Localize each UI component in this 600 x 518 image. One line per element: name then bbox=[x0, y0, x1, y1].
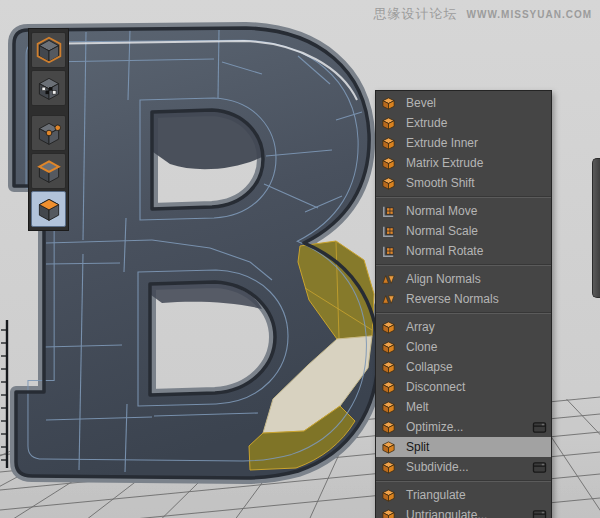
smooth-shift-icon bbox=[381, 176, 396, 191]
polygon-mode-icon bbox=[35, 195, 63, 223]
watermark-site-name: 思缘设计论坛 bbox=[374, 5, 458, 23]
normal-scale-icon bbox=[381, 224, 396, 239]
edge-mode-icon bbox=[35, 157, 63, 185]
options-dialog-icon bbox=[532, 509, 547, 518]
optimize-icon bbox=[381, 420, 396, 435]
options-dialog-icon bbox=[532, 461, 547, 474]
array-icon bbox=[381, 320, 396, 335]
menu-item-extrude-inner[interactable]: Extrude Inner bbox=[376, 133, 551, 153]
watermark: 思缘设计论坛 WWW.MISSYUAN.COM bbox=[374, 5, 592, 23]
matrix-extrude-icon bbox=[381, 156, 396, 171]
toolbar-edge-mode-button[interactable] bbox=[31, 153, 66, 189]
menu-item-untriangulate[interactable]: Untriangulate... bbox=[376, 505, 551, 518]
split-icon bbox=[381, 440, 396, 455]
collapse-icon bbox=[381, 360, 396, 375]
toolbar-texture-mode-button[interactable] bbox=[31, 70, 66, 106]
polygon-context-menu: Bevel Extrude Extrude Inner Matrix Extru… bbox=[375, 90, 552, 518]
menu-item-reverse-normals[interactable]: Reverse Normals bbox=[376, 289, 551, 309]
toolbar-point-mode-button[interactable] bbox=[31, 115, 66, 151]
menu-item-extrude[interactable]: Extrude bbox=[376, 113, 551, 133]
extrude-icon bbox=[381, 116, 396, 131]
melt-icon bbox=[381, 400, 396, 415]
toolbar-polygon-mode-button[interactable] bbox=[31, 191, 66, 227]
menu-item-align-normals[interactable]: Align Normals bbox=[376, 269, 551, 289]
menu-separator bbox=[376, 264, 551, 266]
untriangulate-icon bbox=[381, 508, 396, 518]
point-mode-icon bbox=[35, 119, 63, 147]
model-mode-icon bbox=[35, 36, 63, 64]
triangulate-icon bbox=[381, 488, 396, 503]
menu-item-normal-move[interactable]: Normal Move bbox=[376, 201, 551, 221]
extrude-inner-icon bbox=[381, 136, 396, 151]
reverse-normals-icon bbox=[381, 292, 396, 307]
menu-item-normal-scale[interactable]: Normal Scale bbox=[376, 221, 551, 241]
watermark-site-url: WWW.MISSYUAN.COM bbox=[467, 9, 592, 20]
clone-icon bbox=[381, 340, 396, 355]
menu-separator bbox=[376, 312, 551, 314]
options-dialog-icon bbox=[532, 421, 547, 434]
menu-separator bbox=[376, 196, 551, 198]
menu-item-melt[interactable]: Melt bbox=[376, 397, 551, 417]
right-edge-object bbox=[592, 158, 600, 298]
normal-move-icon bbox=[381, 204, 396, 219]
menu-item-normal-rotate[interactable]: Normal Rotate bbox=[376, 241, 551, 261]
menu-item-triangulate[interactable]: Triangulate bbox=[376, 485, 551, 505]
menu-item-array[interactable]: Array bbox=[376, 317, 551, 337]
menu-item-smooth-shift[interactable]: Smooth Shift bbox=[376, 173, 551, 193]
menu-item-collapse[interactable]: Collapse bbox=[376, 357, 551, 377]
align-normals-icon bbox=[381, 272, 396, 287]
menu-item-subdivide[interactable]: Subdivide... bbox=[376, 457, 551, 477]
normal-rotate-icon bbox=[381, 244, 396, 259]
menu-item-optimize[interactable]: Optimize... bbox=[376, 417, 551, 437]
menu-item-disconnect[interactable]: Disconnect bbox=[376, 377, 551, 397]
menu-item-bevel[interactable]: Bevel bbox=[376, 93, 551, 113]
menu-separator bbox=[376, 480, 551, 482]
texture-mode-icon bbox=[35, 74, 63, 102]
toolbar-model-mode-button[interactable] bbox=[31, 32, 66, 68]
menu-item-clone[interactable]: Clone bbox=[376, 337, 551, 357]
menu-item-split[interactable]: Split bbox=[376, 437, 551, 457]
subdivide-icon bbox=[381, 460, 396, 475]
menu-item-matrix-extrude[interactable]: Matrix Extrude bbox=[376, 153, 551, 173]
disconnect-icon bbox=[381, 380, 396, 395]
mode-toolbar bbox=[28, 28, 69, 231]
bevel-icon bbox=[381, 96, 396, 111]
